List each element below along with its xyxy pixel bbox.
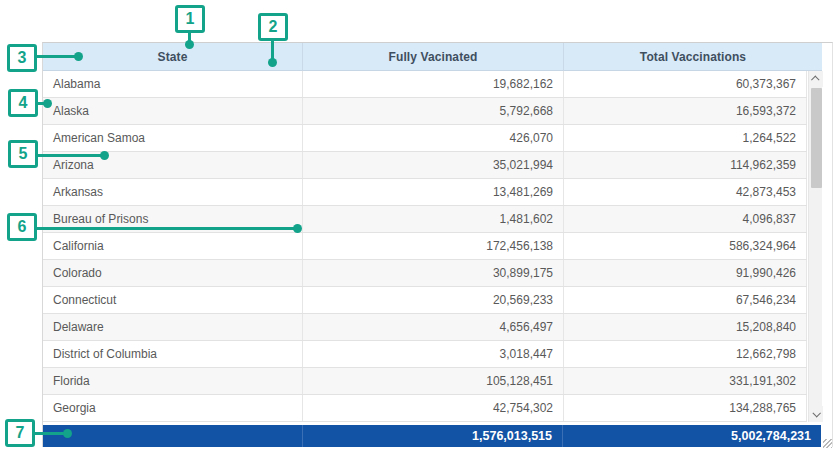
- scroll-down-button[interactable]: [809, 406, 823, 422]
- state-cell[interactable]: American Samoa: [43, 125, 303, 151]
- table-row[interactable]: Arkansas 13,481,269 42,873,453: [43, 179, 807, 206]
- table-row[interactable]: Delaware 4,656,497 15,208,840: [43, 314, 807, 341]
- state-cell[interactable]: Georgia: [43, 395, 303, 421]
- total-vaccinations-cell[interactable]: 60,373,367: [564, 71, 807, 97]
- state-cell[interactable]: District of Columbia: [43, 341, 303, 367]
- total-vaccinations-cell[interactable]: 42,873,453: [564, 179, 807, 205]
- table-row[interactable]: Arizona 35,021,994 114,962,359: [43, 152, 807, 179]
- callout-1-dot: [185, 40, 194, 49]
- fully-vaccinated-cell[interactable]: 35,021,994: [303, 152, 564, 178]
- total-vaccinations-cell[interactable]: 67,546,234: [564, 287, 807, 313]
- callout-7-dot: [63, 429, 72, 438]
- total-vaccinations-cell[interactable]: 4,096,837: [564, 206, 807, 232]
- state-cell[interactable]: Arkansas: [43, 179, 303, 205]
- scrollbar-thumb[interactable]: [811, 88, 822, 188]
- total-vaccinations-cell[interactable]: 134,288,765: [564, 395, 807, 421]
- callout-5-marker: 5: [8, 140, 38, 168]
- fully-vaccinated-cell[interactable]: 426,070: [303, 125, 564, 151]
- callout-7-marker: 7: [5, 419, 35, 447]
- page: { "colors": { "annotation_teal": "#12a38…: [0, 0, 833, 453]
- table-row[interactable]: Colorado 30,899,175 91,990,426: [43, 260, 807, 287]
- fully-vaccinated-cell[interactable]: 172,456,138: [303, 233, 564, 259]
- chevron-down-icon: [812, 409, 820, 417]
- total-vaccinations-cell[interactable]: 91,990,426: [564, 260, 807, 286]
- table-row[interactable]: Alabama 19,682,162 60,373,367: [43, 71, 807, 98]
- callout-2-dot: [268, 58, 277, 67]
- total-state-cell: [43, 425, 303, 447]
- callout-1-marker: 1: [175, 5, 205, 33]
- state-cell[interactable]: Delaware: [43, 314, 303, 340]
- callout-4-dot: [43, 99, 52, 108]
- total-vaccinations-cell[interactable]: 586,324,964: [564, 233, 807, 259]
- total-vaccinations-cell[interactable]: 1,264,522: [564, 125, 807, 151]
- table-row[interactable]: California 172,456,138 586,324,964: [43, 233, 807, 260]
- table-row[interactable]: Georgia 42,754,302 134,288,765: [43, 395, 807, 422]
- scroll-up-button[interactable]: [809, 71, 823, 87]
- total-vaccinations-cell[interactable]: 15,208,840: [564, 314, 807, 340]
- table-row[interactable]: American Samoa 426,070 1,264,522: [43, 125, 807, 152]
- callout-6-marker: 6: [7, 213, 37, 241]
- state-cell[interactable]: Florida: [43, 368, 303, 394]
- callout-2-marker: 2: [258, 13, 288, 41]
- resize-grip-icon[interactable]: [823, 439, 832, 448]
- column-header-total-vaccinations[interactable]: Total Vaccinations: [564, 43, 822, 70]
- total-vaccinations-cell[interactable]: 114,962,359: [564, 152, 807, 178]
- total-vaccinations-total-cell: 5,002,784,231: [563, 425, 821, 447]
- fully-vaccinated-cell[interactable]: 19,682,162: [303, 71, 564, 97]
- state-cell[interactable]: Connecticut: [43, 287, 303, 313]
- table-header-row: State Fully Vacinated Total Vaccinations: [43, 43, 822, 71]
- table-row[interactable]: Connecticut 20,569,233 67,546,234: [43, 287, 807, 314]
- state-cell[interactable]: California: [43, 233, 303, 259]
- fully-vaccinated-cell[interactable]: 5,792,668: [303, 98, 564, 124]
- table-row[interactable]: Florida 105,128,451 331,191,302: [43, 368, 807, 395]
- fully-vaccinated-cell[interactable]: 20,569,233: [303, 287, 564, 313]
- fully-vaccinated-cell[interactable]: 105,128,451: [303, 368, 564, 394]
- callout-4-marker: 4: [8, 89, 38, 117]
- callout-6-line: [35, 227, 298, 230]
- fully-vaccinated-cell[interactable]: 3,018,447: [303, 341, 564, 367]
- callout-5-line: [36, 154, 106, 157]
- fully-vaccinated-cell[interactable]: 4,656,497: [303, 314, 564, 340]
- callout-3-marker: 3: [7, 44, 37, 72]
- callout-6-dot: [293, 224, 302, 233]
- total-vaccinations-cell[interactable]: 331,191,302: [564, 368, 807, 394]
- vaccinations-table: State Fully Vacinated Total Vaccinations…: [42, 42, 833, 447]
- chevron-up-icon: [811, 75, 819, 83]
- vertical-scrollbar[interactable]: [808, 71, 822, 422]
- fully-vaccinated-cell[interactable]: 30,899,175: [303, 260, 564, 286]
- callout-3-line: [35, 55, 79, 58]
- state-cell[interactable]: Alaska: [43, 98, 303, 124]
- total-fully-vaccinated-cell: 1,576,013,515: [303, 425, 563, 447]
- table-row[interactable]: Alaska 5,792,668 16,593,372: [43, 98, 807, 125]
- callout-3-dot: [74, 52, 83, 61]
- total-vaccinations-cell[interactable]: 16,593,372: [564, 98, 807, 124]
- state-cell[interactable]: Colorado: [43, 260, 303, 286]
- state-cell[interactable]: Alabama: [43, 71, 303, 97]
- callout-5-dot: [100, 151, 109, 160]
- total-row: 1,576,013,515 5,002,784,231: [43, 425, 821, 447]
- fully-vaccinated-cell[interactable]: 13,481,269: [303, 179, 564, 205]
- column-header-fully-vaccinated[interactable]: Fully Vacinated: [303, 43, 564, 70]
- total-vaccinations-cell[interactable]: 12,662,798: [564, 341, 807, 367]
- table-row[interactable]: District of Columbia 3,018,447 12,662,79…: [43, 341, 807, 368]
- fully-vaccinated-cell[interactable]: 42,754,302: [303, 395, 564, 421]
- table-body: Alabama 19,682,162 60,373,367 Alaska 5,7…: [43, 71, 807, 422]
- fully-vaccinated-cell[interactable]: 1,481,602: [303, 206, 564, 232]
